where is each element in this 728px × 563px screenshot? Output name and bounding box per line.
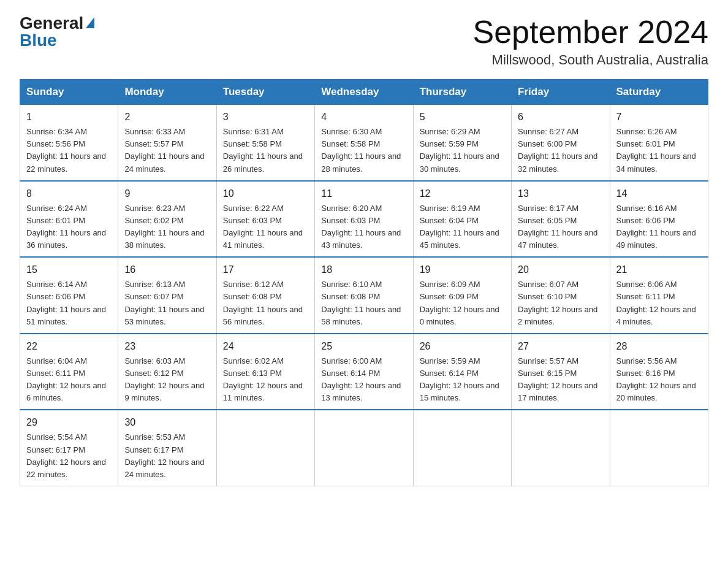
day-info: Sunrise: 6:04 AMSunset: 6:11 PMDaylight:… bbox=[26, 355, 112, 405]
day-info: Sunrise: 6:00 AMSunset: 6:14 PMDaylight:… bbox=[321, 355, 406, 405]
calendar-cell: 11Sunrise: 6:20 AMSunset: 6:03 PMDayligh… bbox=[315, 181, 413, 258]
calendar-cell: 9Sunrise: 6:23 AMSunset: 6:02 PMDaylight… bbox=[118, 181, 216, 258]
calendar-week-row: 1Sunrise: 6:34 AMSunset: 5:56 PMDaylight… bbox=[20, 105, 708, 181]
day-number: 28 bbox=[616, 339, 702, 354]
day-info: Sunrise: 6:13 AMSunset: 6:07 PMDaylight:… bbox=[124, 278, 210, 328]
day-number: 25 bbox=[321, 339, 406, 354]
calendar-subtitle: Millswood, South Australia, Australia bbox=[473, 52, 709, 68]
calendar-cell: 29Sunrise: 5:54 AMSunset: 6:17 PMDayligh… bbox=[20, 410, 118, 486]
calendar-cell: 18Sunrise: 6:10 AMSunset: 6:08 PMDayligh… bbox=[315, 257, 413, 334]
day-number: 3 bbox=[223, 110, 308, 124]
day-info: Sunrise: 6:31 AMSunset: 5:58 PMDaylight:… bbox=[223, 126, 308, 175]
weekday-header-row: SundayMondayTuesdayWednesdayThursdayFrid… bbox=[20, 80, 708, 105]
weekday-header-tuesday: Tuesday bbox=[216, 80, 314, 105]
calendar-week-row: 22Sunrise: 6:04 AMSunset: 6:11 PMDayligh… bbox=[20, 334, 708, 410]
day-number: 29 bbox=[26, 415, 112, 430]
calendar-cell: 13Sunrise: 6:17 AMSunset: 6:05 PMDayligh… bbox=[512, 181, 610, 258]
day-info: Sunrise: 6:09 AMSunset: 6:09 PMDaylight:… bbox=[420, 278, 505, 328]
day-info: Sunrise: 6:33 AMSunset: 5:57 PMDaylight:… bbox=[124, 126, 210, 175]
day-number: 13 bbox=[518, 186, 603, 201]
day-number: 1 bbox=[26, 110, 112, 124]
day-number: 15 bbox=[26, 262, 112, 277]
calendar-cell: 28Sunrise: 5:56 AMSunset: 6:16 PMDayligh… bbox=[610, 334, 708, 410]
title-section: September 2024 Millswood, South Australi… bbox=[473, 15, 709, 68]
day-info: Sunrise: 6:16 AMSunset: 6:06 PMDaylight:… bbox=[616, 202, 702, 252]
calendar-cell: 4Sunrise: 6:30 AMSunset: 5:58 PMDaylight… bbox=[315, 105, 413, 181]
calendar-cell bbox=[216, 410, 314, 486]
day-info: Sunrise: 5:54 AMSunset: 6:17 PMDaylight:… bbox=[26, 431, 112, 481]
calendar-cell: 19Sunrise: 6:09 AMSunset: 6:09 PMDayligh… bbox=[413, 257, 511, 334]
day-info: Sunrise: 5:53 AMSunset: 6:17 PMDaylight:… bbox=[124, 431, 210, 481]
logo-general: General bbox=[20, 15, 83, 32]
day-info: Sunrise: 6:30 AMSunset: 5:58 PMDaylight:… bbox=[321, 126, 406, 175]
calendar-cell: 14Sunrise: 6:16 AMSunset: 6:06 PMDayligh… bbox=[610, 181, 708, 258]
calendar-cell bbox=[512, 410, 610, 486]
day-number: 10 bbox=[223, 186, 308, 201]
calendar-cell: 25Sunrise: 6:00 AMSunset: 6:14 PMDayligh… bbox=[315, 334, 413, 410]
day-info: Sunrise: 6:23 AMSunset: 6:02 PMDaylight:… bbox=[124, 202, 210, 252]
calendar-cell: 26Sunrise: 5:59 AMSunset: 6:14 PMDayligh… bbox=[413, 334, 511, 410]
calendar-week-row: 15Sunrise: 6:14 AMSunset: 6:06 PMDayligh… bbox=[20, 257, 708, 334]
calendar-title: September 2024 bbox=[473, 15, 709, 50]
day-info: Sunrise: 6:06 AMSunset: 6:11 PMDaylight:… bbox=[616, 278, 702, 328]
day-info: Sunrise: 6:34 AMSunset: 5:56 PMDaylight:… bbox=[26, 126, 112, 175]
day-number: 12 bbox=[420, 186, 505, 201]
calendar-cell: 8Sunrise: 6:24 AMSunset: 6:01 PMDaylight… bbox=[20, 181, 118, 258]
calendar-cell: 3Sunrise: 6:31 AMSunset: 5:58 PMDaylight… bbox=[216, 105, 314, 181]
calendar-cell: 2Sunrise: 6:33 AMSunset: 5:57 PMDaylight… bbox=[118, 105, 216, 181]
calendar-cell: 6Sunrise: 6:27 AMSunset: 6:00 PMDaylight… bbox=[512, 105, 610, 181]
day-info: Sunrise: 6:27 AMSunset: 6:00 PMDaylight:… bbox=[518, 126, 603, 175]
calendar-cell: 23Sunrise: 6:03 AMSunset: 6:12 PMDayligh… bbox=[118, 334, 216, 410]
day-number: 18 bbox=[321, 262, 406, 277]
calendar-week-row: 8Sunrise: 6:24 AMSunset: 6:01 PMDaylight… bbox=[20, 181, 708, 258]
day-number: 21 bbox=[616, 262, 702, 277]
calendar-cell: 5Sunrise: 6:29 AMSunset: 5:59 PMDaylight… bbox=[413, 105, 511, 181]
day-info: Sunrise: 6:12 AMSunset: 6:08 PMDaylight:… bbox=[223, 278, 308, 328]
calendar-week-row: 29Sunrise: 5:54 AMSunset: 6:17 PMDayligh… bbox=[20, 410, 708, 486]
day-number: 8 bbox=[26, 186, 112, 201]
day-number: 16 bbox=[124, 262, 210, 277]
day-info: Sunrise: 6:03 AMSunset: 6:12 PMDaylight:… bbox=[124, 355, 210, 405]
day-number: 30 bbox=[124, 415, 210, 430]
calendar-cell: 7Sunrise: 6:26 AMSunset: 6:01 PMDaylight… bbox=[610, 105, 708, 181]
day-info: Sunrise: 6:26 AMSunset: 6:01 PMDaylight:… bbox=[616, 126, 702, 175]
weekday-header-saturday: Saturday bbox=[610, 80, 708, 105]
day-number: 2 bbox=[124, 110, 210, 124]
day-info: Sunrise: 6:20 AMSunset: 6:03 PMDaylight:… bbox=[321, 202, 406, 252]
calendar-cell: 22Sunrise: 6:04 AMSunset: 6:11 PMDayligh… bbox=[20, 334, 118, 410]
weekday-header-friday: Friday bbox=[512, 80, 610, 105]
calendar-cell: 16Sunrise: 6:13 AMSunset: 6:07 PMDayligh… bbox=[118, 257, 216, 334]
calendar-cell: 1Sunrise: 6:34 AMSunset: 5:56 PMDaylight… bbox=[20, 105, 118, 181]
day-number: 17 bbox=[223, 262, 308, 277]
calendar-cell: 30Sunrise: 5:53 AMSunset: 6:17 PMDayligh… bbox=[118, 410, 216, 486]
calendar-cell: 27Sunrise: 5:57 AMSunset: 6:15 PMDayligh… bbox=[512, 334, 610, 410]
day-info: Sunrise: 6:17 AMSunset: 6:05 PMDaylight:… bbox=[518, 202, 603, 252]
day-info: Sunrise: 6:07 AMSunset: 6:10 PMDaylight:… bbox=[518, 278, 603, 328]
day-info: Sunrise: 5:56 AMSunset: 6:16 PMDaylight:… bbox=[616, 355, 702, 405]
day-info: Sunrise: 5:57 AMSunset: 6:15 PMDaylight:… bbox=[518, 355, 603, 405]
day-info: Sunrise: 6:22 AMSunset: 6:03 PMDaylight:… bbox=[223, 202, 308, 252]
day-number: 20 bbox=[518, 262, 603, 277]
calendar-cell: 10Sunrise: 6:22 AMSunset: 6:03 PMDayligh… bbox=[216, 181, 314, 258]
weekday-header-thursday: Thursday bbox=[413, 80, 511, 105]
logo-blue: Blue bbox=[20, 32, 57, 49]
calendar-table: SundayMondayTuesdayWednesdayThursdayFrid… bbox=[20, 79, 708, 486]
calendar-cell: 20Sunrise: 6:07 AMSunset: 6:10 PMDayligh… bbox=[512, 257, 610, 334]
day-info: Sunrise: 6:02 AMSunset: 6:13 PMDaylight:… bbox=[223, 355, 308, 405]
calendar-cell bbox=[315, 410, 413, 486]
day-info: Sunrise: 6:19 AMSunset: 6:04 PMDaylight:… bbox=[420, 202, 505, 252]
day-number: 26 bbox=[420, 339, 505, 354]
day-number: 6 bbox=[518, 110, 603, 124]
calendar-cell: 12Sunrise: 6:19 AMSunset: 6:04 PMDayligh… bbox=[413, 181, 511, 258]
calendar-cell: 21Sunrise: 6:06 AMSunset: 6:11 PMDayligh… bbox=[610, 257, 708, 334]
day-number: 5 bbox=[420, 110, 505, 124]
calendar-cell: 24Sunrise: 6:02 AMSunset: 6:13 PMDayligh… bbox=[216, 334, 314, 410]
logo-triangle-icon bbox=[86, 17, 94, 28]
weekday-header-monday: Monday bbox=[118, 80, 216, 105]
day-info: Sunrise: 6:10 AMSunset: 6:08 PMDaylight:… bbox=[321, 278, 406, 328]
day-number: 7 bbox=[616, 110, 702, 124]
day-number: 11 bbox=[321, 186, 406, 201]
logo: General Blue bbox=[20, 15, 94, 49]
weekday-header-sunday: Sunday bbox=[20, 80, 118, 105]
page-header: General Blue September 2024 Millswood, S… bbox=[20, 15, 708, 68]
